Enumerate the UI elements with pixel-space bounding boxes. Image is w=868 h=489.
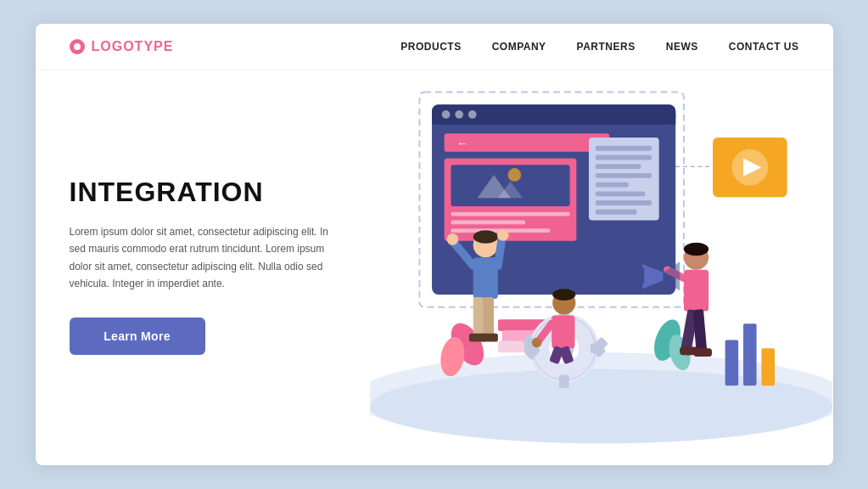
svg-point-73 xyxy=(684,243,708,256)
nav-contact[interactable]: CONTACT US xyxy=(729,41,799,53)
learn-more-button[interactable]: Learn More xyxy=(70,318,205,355)
svg-rect-27 xyxy=(596,210,637,215)
svg-rect-9 xyxy=(445,133,610,151)
svg-point-7 xyxy=(456,110,464,119)
svg-rect-67 xyxy=(552,315,574,348)
svg-rect-77 xyxy=(633,267,645,284)
svg-point-15 xyxy=(508,168,522,182)
main-card: LOGOTYPE PRODUCTS COMPANY PARTNERS NEWS … xyxy=(36,24,833,465)
svg-rect-23 xyxy=(596,173,652,178)
svg-rect-52 xyxy=(743,323,757,385)
svg-point-66 xyxy=(552,289,575,301)
svg-rect-17 xyxy=(451,220,526,224)
svg-rect-61 xyxy=(473,297,484,339)
svg-rect-51 xyxy=(725,340,739,386)
nav-partners[interactable]: PARTNERS xyxy=(577,41,636,53)
svg-rect-20 xyxy=(596,146,652,151)
svg-line-58 xyxy=(498,237,502,266)
svg-rect-74 xyxy=(684,270,708,312)
nav-news[interactable]: NEWS xyxy=(666,41,698,53)
page-title: INTEGRATION xyxy=(70,177,337,208)
svg-rect-62 xyxy=(484,297,495,339)
svg-point-6 xyxy=(442,110,451,119)
svg-point-59 xyxy=(447,233,459,245)
svg-point-60 xyxy=(497,229,509,241)
svg-rect-26 xyxy=(596,200,652,205)
svg-rect-24 xyxy=(596,183,629,188)
svg-rect-5 xyxy=(432,115,675,125)
svg-rect-53 xyxy=(762,348,776,385)
svg-rect-64 xyxy=(482,334,498,342)
illustration-svg: ← xyxy=(370,70,832,461)
svg-rect-16 xyxy=(451,212,570,216)
main-content: INTEGRATION Lorem ipsum dolor sit amet, … xyxy=(36,70,833,461)
hero-description: Lorem ipsum dolor sit amet, consectetur … xyxy=(70,223,337,293)
header: LOGOTYPE PRODUCTS COMPANY PARTNERS NEWS … xyxy=(36,24,833,70)
svg-rect-21 xyxy=(596,155,652,160)
svg-rect-38 xyxy=(559,375,569,389)
right-panel: ← xyxy=(370,70,832,461)
logo: LOGOTYPE xyxy=(70,39,174,54)
svg-text:←: ← xyxy=(457,137,469,149)
logo-text: LOGOTYPE xyxy=(92,39,174,54)
svg-point-55 xyxy=(473,230,498,244)
svg-rect-22 xyxy=(596,164,641,169)
navigation: PRODUCTS COMPANY PARTNERS NEWS CONTACT U… xyxy=(400,41,798,53)
svg-point-69 xyxy=(532,338,542,348)
svg-rect-25 xyxy=(596,191,645,196)
logo-icon xyxy=(70,39,85,54)
nav-products[interactable]: PRODUCTS xyxy=(400,41,461,53)
svg-point-8 xyxy=(468,110,477,119)
svg-rect-82 xyxy=(694,348,712,357)
nav-company[interactable]: COMPANY xyxy=(492,41,546,53)
left-panel: INTEGRATION Lorem ipsum dolor sit amet, … xyxy=(36,70,371,461)
